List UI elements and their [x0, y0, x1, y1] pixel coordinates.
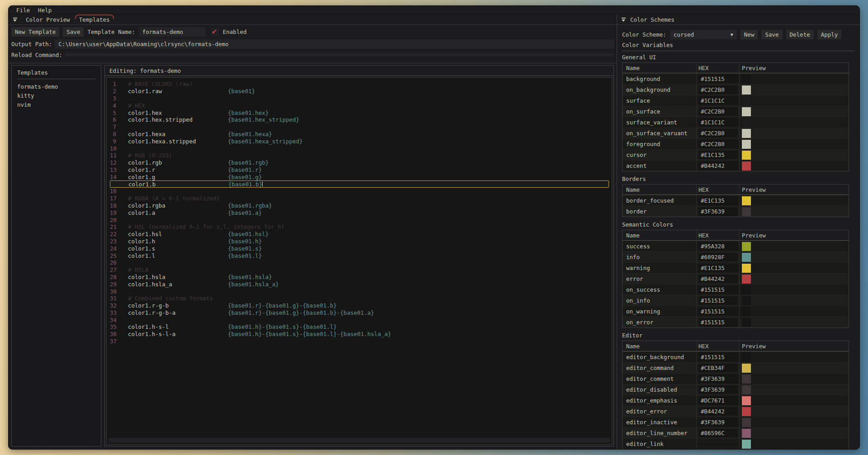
hex-input[interactable]: #3F3639 — [698, 207, 738, 216]
editor-line[interactable]: 36color1.h-s-l-a{base01.h}-{base01.s}-{b… — [110, 331, 612, 338]
color-swatch[interactable] — [742, 129, 751, 138]
editor-line[interactable]: 37 — [110, 338, 612, 345]
editor-line[interactable]: 29color1.hsla_a{base01.hsla_a} — [110, 280, 612, 288]
editor-line[interactable]: 2color1.raw{base01} — [110, 88, 612, 95]
editor-line[interactable]: 12color1.rgb{base01.rgb} — [110, 159, 612, 166]
hex-input[interactable]: #151515 — [698, 296, 738, 305]
template-name-input[interactable]: formats-demo — [139, 27, 205, 37]
editor-line[interactable]: 17# RGBA (A = 0-1 normalized) — [110, 195, 612, 202]
menu-item-help[interactable]: Help — [34, 7, 56, 14]
save-template-button[interactable]: Save — [63, 27, 84, 37]
editor-line[interactable]: 35color1.h-s-l{base01.h}-{base01.s}-{bas… — [110, 323, 612, 331]
color-swatch[interactable] — [742, 364, 751, 373]
editor-active-line-input[interactable]: color1.b{base01.b} — [110, 180, 609, 188]
hex-input[interactable]: #B44242 — [698, 407, 738, 416]
editor-line[interactable]: 31# Combined custom formats — [110, 295, 612, 302]
collapse-arrow-icon[interactable] — [13, 17, 18, 22]
editor-line[interactable]: 3 — [110, 95, 612, 102]
color-scheme-combo[interactable]: cursed ▼ — [670, 30, 737, 39]
template-list-item[interactable]: formats-demo — [17, 82, 101, 91]
template-list-item[interactable]: kitty — [17, 91, 101, 100]
hex-input[interactable]: #60928F — [698, 253, 738, 261]
editor-line[interactable]: 27# HSLA — [110, 266, 612, 274]
color-swatch[interactable] — [742, 151, 751, 160]
color-swatch[interactable] — [742, 140, 751, 149]
scheme-apply-button[interactable]: Apply — [817, 30, 842, 39]
color-swatch[interactable] — [742, 418, 751, 427]
editor-line[interactable]: 21# HSL (normalized 0-1 for s,l, integer… — [110, 223, 612, 231]
hex-input[interactable]: #C2C2B0 — [698, 129, 738, 137]
color-swatch[interactable] — [742, 440, 751, 449]
tab-templates[interactable]: Templates — [75, 15, 114, 24]
tab-color-preview[interactable]: Color Preview — [21, 15, 75, 24]
hex-input[interactable]: #3F3639 — [698, 374, 738, 383]
color-swatch[interactable] — [742, 161, 751, 171]
color-swatch[interactable] — [742, 353, 751, 362]
new-template-button[interactable]: New Template — [11, 27, 59, 37]
hex-input[interactable]: #1C1C1C — [698, 96, 738, 105]
editor-line[interactable]: 5color1.hex{base01.hex} — [110, 109, 612, 116]
hex-input[interactable]: #151515 — [698, 318, 738, 327]
hex-input[interactable]: #151515 — [698, 307, 738, 316]
hex-input[interactable]: #86596C — [698, 429, 738, 437]
enabled-checkbox[interactable]: ✔ — [212, 28, 219, 36]
reload-command-input[interactable] — [65, 53, 614, 56]
editor-line[interactable]: 6color1.hex.stripped{base01.hex_stripped… — [110, 116, 612, 123]
color-swatch[interactable] — [742, 318, 751, 327]
menu-item-file[interactable]: File — [12, 7, 34, 14]
color-swatch[interactable] — [742, 385, 751, 394]
editor-line[interactable]: 18color1.rgba{base01.rgba} — [110, 202, 612, 209]
editor-line[interactable]: 20 — [110, 216, 612, 223]
editor-line[interactable]: 7 — [110, 123, 612, 131]
scheme-new-button[interactable]: New — [741, 30, 758, 39]
editor-line[interactable]: 25color1.l{base01.l} — [110, 252, 612, 259]
editor-line[interactable]: 13color1.r{base01.r} — [110, 166, 612, 174]
color-swatch[interactable] — [742, 285, 751, 294]
editor-line[interactable]: 30 — [110, 288, 612, 295]
hex-input[interactable]: #CEB34F — [698, 364, 738, 372]
color-swatch[interactable] — [742, 207, 751, 216]
hex-input[interactable]: #151515 — [698, 75, 738, 83]
editor-line[interactable]: 16 — [110, 188, 612, 195]
editor-line[interactable]: 28color1.hsla{base01.hsla} — [110, 274, 612, 281]
editor-line[interactable]: 9color1.hexa.stripped{base01.hexa_stripp… — [110, 137, 612, 145]
collapse-arrow-icon[interactable] — [621, 17, 627, 22]
color-swatch[interactable] — [742, 75, 751, 84]
hex-input[interactable]: #DC7671 — [698, 396, 738, 405]
editor-line[interactable]: 8color1.hexa{base01.hexa} — [110, 131, 612, 138]
color-swatch[interactable] — [742, 107, 751, 116]
hex-input[interactable]: #C2C2B0 — [698, 140, 738, 148]
editor-line[interactable]: 33color1.r-g-b-a{base01.r}-{base01.g}-{b… — [110, 309, 612, 317]
color-swatch[interactable] — [742, 296, 751, 305]
color-swatch[interactable] — [742, 396, 751, 405]
horizontal-scrollbar[interactable] — [108, 438, 610, 443]
editor-line[interactable]: 14color1.g{base01.g} — [110, 173, 612, 180]
hex-input[interactable] — [698, 443, 738, 445]
color-swatch[interactable] — [742, 96, 751, 105]
editor-line[interactable]: 26 — [110, 259, 612, 266]
color-swatch[interactable] — [742, 242, 751, 251]
output-path-input[interactable]: C:\Users\user\AppData\Roaming\clrsync\fo… — [55, 39, 614, 49]
editor-line[interactable]: 24color1.s{base01.s} — [110, 245, 612, 252]
hex-input[interactable]: #E1C135 — [698, 196, 738, 205]
hex-input[interactable]: #B44242 — [698, 275, 738, 283]
color-swatch[interactable] — [742, 264, 751, 273]
hex-input[interactable]: #B44242 — [698, 161, 738, 170]
hex-input[interactable]: #151515 — [698, 285, 738, 294]
hex-input[interactable]: #95A328 — [698, 242, 738, 251]
hex-input[interactable]: #C2C2B0 — [698, 107, 738, 116]
hex-input[interactable]: #3F3639 — [698, 418, 738, 427]
color-swatch[interactable] — [742, 85, 751, 95]
color-swatch[interactable] — [742, 307, 751, 316]
color-swatch[interactable] — [742, 407, 751, 416]
color-swatch[interactable] — [742, 275, 751, 284]
editor-line[interactable]: 23color1.h{base01.h} — [110, 238, 612, 245]
editor-line[interactable]: 11# RGB (0-255) — [110, 152, 612, 159]
scheme-save-button[interactable]: Save — [761, 30, 782, 39]
color-swatch[interactable] — [742, 374, 751, 384]
color-swatch[interactable] — [742, 429, 751, 438]
editor-line[interactable]: 1# BASE COLORS (raw) — [110, 81, 612, 88]
hex-input[interactable]: #151515 — [698, 353, 738, 361]
editor-line[interactable]: 22color1.hsl{base01.hsl} — [110, 231, 612, 238]
hex-input[interactable]: #3F3639 — [698, 385, 738, 394]
